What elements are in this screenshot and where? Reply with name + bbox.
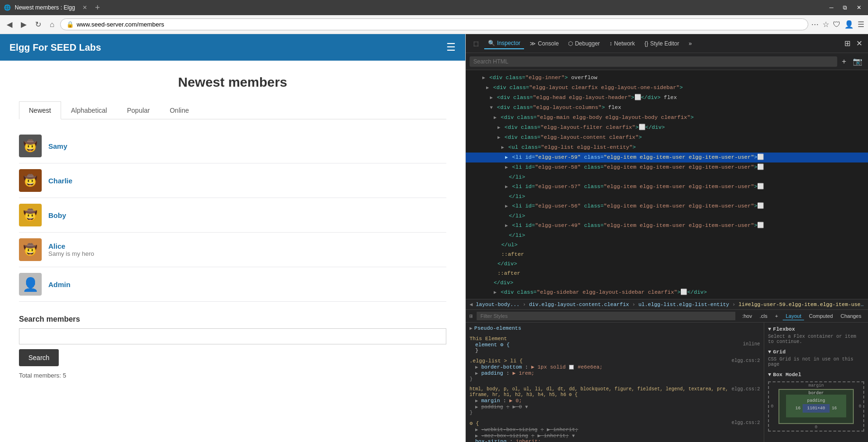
tab-add[interactable]: + bbox=[772, 312, 781, 320]
padding-row: 16 1101×40 16 bbox=[791, 404, 841, 413]
expand-icon[interactable]: ▶ bbox=[475, 398, 478, 404]
html-line: </li> bbox=[466, 192, 868, 201]
html-line: </ul> bbox=[466, 240, 868, 250]
html-line: ▶ <div class="elgg-layout-filter clearfi… bbox=[466, 123, 868, 133]
css-prop-name: padding bbox=[481, 370, 503, 376]
tab-online[interactable]: Online bbox=[160, 101, 199, 119]
expand-icon[interactable]: ▶ bbox=[475, 427, 478, 433]
url-input[interactable] bbox=[77, 21, 802, 28]
css-prop-name: margin bbox=[481, 398, 500, 404]
hamburger-menu[interactable]: ☰ bbox=[446, 41, 456, 54]
css-source: elgg.css:2 bbox=[732, 387, 760, 397]
expand-icon[interactable]: ▶ bbox=[475, 405, 478, 410]
tab-hov[interactable]: :hov bbox=[739, 312, 755, 320]
tab-layout[interactable]: Layout bbox=[783, 312, 804, 320]
tab-changes[interactable]: Changes bbox=[838, 312, 864, 320]
style-editor-icon: {} bbox=[644, 40, 648, 47]
devtools-new-panel-btn[interactable]: ⊞ bbox=[842, 37, 852, 50]
inspector-btn[interactable]: 🔍 Inspector bbox=[484, 38, 524, 49]
console-btn[interactable]: ≫ Console bbox=[526, 38, 562, 49]
tab-title: Newest members : Elgg bbox=[15, 4, 75, 11]
styles-layout: ▶ Pseudo-elements This Element element ⚙… bbox=[466, 323, 868, 442]
member-info: Samy bbox=[48, 142, 67, 150]
add-node-btn[interactable]: + bbox=[840, 55, 848, 68]
css-rule: ▶ Pseudo-elements bbox=[470, 325, 760, 331]
expand-icon[interactable]: ▶ bbox=[475, 371, 478, 376]
forward-button[interactable]: ▶ bbox=[18, 18, 29, 31]
grid-toggle[interactable]: ▼ Grid bbox=[768, 349, 864, 355]
bookmark-icon[interactable]: ☆ bbox=[823, 20, 829, 29]
html-line: </li> bbox=[466, 172, 868, 182]
pseudo-elements-toggle[interactable]: ▶ Pseudo-elements bbox=[470, 325, 760, 331]
margin-left-val: 0 bbox=[771, 404, 773, 409]
tab-popular[interactable]: Popular bbox=[117, 101, 160, 119]
member-info: Boby bbox=[48, 211, 66, 219]
css-block: element ⚙ { inline } bbox=[470, 342, 760, 353]
html-line-selected[interactable]: ▶ <li id="elgg-user-59" class="elgg-item… bbox=[466, 153, 868, 162]
content-box: 1101×40 bbox=[803, 404, 830, 413]
network-btn[interactable]: ↕ Network bbox=[606, 38, 639, 49]
restore-btn[interactable]: ⧉ bbox=[843, 4, 847, 11]
tab-alphabetical[interactable]: Alphabetical bbox=[61, 101, 117, 119]
new-tab-btn[interactable]: + bbox=[95, 3, 100, 13]
rule-header: This Element bbox=[470, 336, 760, 342]
rule-header: .elgg-list > li { elgg.css:2 bbox=[470, 358, 760, 364]
css-close: } bbox=[470, 410, 760, 415]
screenshot-btn[interactable]: 📷 bbox=[851, 55, 864, 68]
console-icon: ≫ bbox=[530, 40, 536, 47]
html-line: ▶ <div class="elgg-head elgg-layout-head… bbox=[466, 93, 868, 103]
grid-arrow: ▼ bbox=[768, 349, 771, 355]
css-prop-value: ▶ 0 bbox=[513, 404, 522, 410]
html-line: ▶ <ul class="elgg-list elgg-list-entity"… bbox=[466, 143, 868, 153]
avatar: 🤠 bbox=[19, 135, 42, 157]
tab-close-btn[interactable]: ✕ bbox=[82, 4, 87, 11]
member-name-samy[interactable]: Samy bbox=[48, 142, 67, 150]
flexbox-toggle[interactable]: ▼ Flexbox bbox=[768, 326, 864, 332]
devtools-pick-btn[interactable]: ⬚ bbox=[470, 38, 482, 49]
pseudo-elements-label: Pseudo-elements bbox=[474, 325, 521, 331]
css-prop-value: ▶ 1rem; bbox=[513, 370, 534, 376]
border-label: border bbox=[808, 391, 823, 396]
reload-button[interactable]: ↻ bbox=[32, 18, 44, 31]
expand-icon[interactable]: ▶ bbox=[475, 365, 478, 370]
member-name-boby[interactable]: Boby bbox=[48, 211, 66, 219]
more-tools-btn[interactable]: » bbox=[685, 38, 696, 49]
styles-tabs: :hov .cls + Layout Computed Changes bbox=[739, 312, 864, 320]
minimize-btn[interactable]: ─ bbox=[829, 4, 833, 11]
search-members-button[interactable]: Search bbox=[19, 349, 59, 366]
html-search-input[interactable] bbox=[470, 56, 837, 67]
search-members-input[interactable] bbox=[19, 328, 446, 344]
tab-cls[interactable]: .cls bbox=[757, 312, 770, 320]
member-name-charlie[interactable]: Charlie bbox=[48, 177, 72, 185]
html-line: ▼ <div class="elgg-layout-columns"> flex bbox=[466, 103, 868, 113]
expand-icon[interactable]: ▶ bbox=[475, 433, 478, 439]
devtools-close-btn[interactable]: ✕ bbox=[854, 37, 864, 50]
css-color-value: #e6e6ea; bbox=[578, 364, 603, 370]
site-content: Newest members Newest Alphabetical Popul… bbox=[0, 61, 465, 393]
css-prop: element ⚙ { bbox=[475, 342, 510, 348]
box-model-toggle[interactable]: ▼ Box Model bbox=[768, 372, 864, 378]
css-selector: html, body, p, ol, ul, li, dl, dt, dd, b… bbox=[470, 387, 732, 397]
list-item: 👤 Admin bbox=[19, 267, 446, 302]
profile-icon[interactable]: 👤 bbox=[844, 20, 854, 29]
member-info: Charlie bbox=[48, 177, 72, 185]
tab-newest[interactable]: Newest bbox=[19, 101, 61, 119]
close-btn[interactable]: ✕ bbox=[857, 4, 861, 11]
filter-styles-input[interactable] bbox=[477, 312, 735, 320]
css-prop-name: padding bbox=[481, 404, 503, 410]
member-name-alice[interactable]: Alice bbox=[48, 242, 94, 250]
back-button[interactable]: ◀ bbox=[4, 18, 15, 31]
search-members-label: Search members bbox=[19, 315, 446, 324]
extensions-icon[interactable]: ⋯ bbox=[811, 20, 819, 29]
layout-panel: ▼ Flexbox Select a Flex container or ite… bbox=[764, 323, 868, 442]
box-model-arrow: ▼ bbox=[768, 372, 771, 378]
debugger-btn[interactable]: ⬡ Debugger bbox=[564, 38, 604, 49]
site-header: Elgg For SEED Labs ☰ bbox=[0, 34, 465, 61]
menu-icon[interactable]: ☰ bbox=[858, 20, 864, 29]
css-rule: html, body, p, ol, ul, li, dl, dt, dd, b… bbox=[470, 387, 760, 415]
home-button[interactable]: ⌂ bbox=[47, 18, 57, 31]
css-source: elgg.css:2 bbox=[732, 420, 760, 426]
style-editor-btn[interactable]: {} Style Editor bbox=[641, 38, 683, 49]
member-name-admin[interactable]: Admin bbox=[48, 280, 71, 289]
tab-computed[interactable]: Computed bbox=[806, 312, 836, 320]
